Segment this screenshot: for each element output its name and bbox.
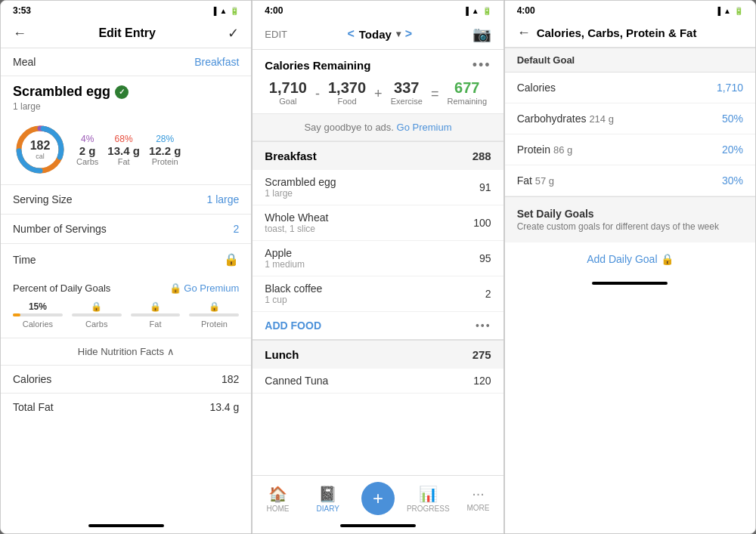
set-daily-goals: Set Daily Goals Create custom goals for … (505, 196, 755, 242)
food-name-coffee: Black coffee (265, 282, 322, 295)
food-item-coffee[interactable]: Black coffee 1 cup 2 (253, 276, 503, 312)
food-sub-toast: toast, 1 slice (265, 224, 328, 234)
food-sub-coffee: 1 cup (265, 295, 322, 305)
nutrition-section: 182 cal 4% 2 g Carbs 68% 13.4 g Fat 28% … (1, 115, 251, 184)
phone-diary: 4:00 ▐ ▲ 🔋 EDIT < Today ▾ > 📷 Calories R… (252, 0, 503, 534)
prev-day-button[interactable]: < (347, 27, 354, 41)
calories-summary: 1,710 Goal - 1,370 Food + 337 Exercise =… (253, 76, 503, 113)
lunch-section: Lunch 275 (253, 340, 503, 369)
meal-value: Breakfast (194, 56, 239, 68)
battery-icon-3: 🔋 (734, 7, 743, 15)
food-item-apple[interactable]: Apple 1 medium 95 (253, 241, 503, 276)
nav-add[interactable]: + (353, 482, 403, 515)
check-button[interactable]: ✓ (228, 25, 239, 42)
time-lock-icon: 🔒 (224, 252, 239, 267)
food-item-tuna[interactable]: Canned Tuna 120 (253, 369, 503, 394)
set-goals-sub: Create custom goals for different days o… (517, 221, 743, 232)
macros-row: 4% 2 g Carbs 68% 13.4 g Fat 28% 12.2 g P… (76, 134, 239, 166)
breakfast-section: Breakfast 288 (253, 141, 503, 170)
default-goal-section: Default Goal (505, 48, 755, 73)
ad-text: Say goodbye to ads. (304, 122, 394, 133)
date-dropdown[interactable]: ▾ (396, 29, 401, 39)
fat-fact: Total Fat 13.4 g (1, 393, 251, 421)
wifi-icon-3: ▲ (723, 7, 731, 15)
add-food-row[interactable]: ADD FOOD ••• (253, 312, 503, 340)
edit-button[interactable]: EDIT (265, 29, 287, 40)
equals-op: = (431, 86, 439, 102)
meal-row[interactable]: Meal Breakfast (1, 48, 251, 76)
percent-bars: 15% Calories 🔒 Carbs 🔒 Fat (1, 298, 251, 338)
food-cal-tuna: 120 (473, 375, 491, 387)
meal-label: Meal (13, 56, 36, 68)
nav-more[interactable]: ··· MORE (453, 485, 503, 512)
diary-nav-icon: 📓 (318, 485, 337, 503)
nav-progress[interactable]: 📊 PROGRESS (403, 485, 453, 513)
status-icons-3: ▐ ▲ 🔋 (715, 7, 743, 15)
status-icons-2: ▐ ▲ 🔋 (463, 7, 491, 15)
hide-nutrition-button[interactable]: Hide Nutrition Facts ∧ (1, 338, 251, 365)
home-icon: 🏠 (268, 485, 287, 503)
signal-icon-2: ▐ (463, 7, 469, 15)
edit-entry-header: ← Edit Entry ✓ (1, 19, 251, 48)
calorie-circle: 182 cal (13, 122, 67, 177)
go-premium-button[interactable]: 🔒 Go Premium (169, 282, 240, 294)
time-label: Time (13, 254, 36, 266)
nav-home[interactable]: 🏠 HOME (253, 485, 302, 513)
home-indicator-2 (253, 518, 503, 533)
calories-goal-val: 1,710 (717, 82, 743, 94)
num-servings-row[interactable]: Number of Servings 2 (1, 214, 251, 243)
add-food-button[interactable]: ADD FOOD (265, 319, 321, 332)
calories-header: Calories Remaining ••• (253, 50, 503, 76)
serving-size-row[interactable]: Serving Size 1 large (1, 184, 251, 214)
home-pill-3 (592, 282, 668, 285)
carbs-goal-row[interactable]: Carbohydrates 214 g 50% (505, 103, 755, 134)
phone-edit-entry: 3:53 ▐ ▲ 🔋 ← Edit Entry ✓ Meal Breakfast… (0, 0, 252, 534)
status-bar-1: 3:53 ▐ ▲ 🔋 (1, 1, 251, 19)
food-cal: 1,370 Food (328, 79, 366, 106)
back-button-3[interactable]: ← (517, 25, 531, 41)
nutrition-facts: Calories 182 Total Fat 13.4 g (1, 365, 251, 518)
fat-goal-val: 30% (722, 174, 743, 187)
food-item-toast[interactable]: Whole Wheat toast, 1 slice 100 (253, 205, 503, 241)
diary-label: DIARY (317, 505, 339, 513)
food-item-egg[interactable]: Scrambled egg 1 large 91 (253, 170, 503, 205)
add-daily-button[interactable]: Add Daily Goal 🔒 (517, 253, 743, 265)
fat-goal-row[interactable]: Fat 57 g 30% (505, 165, 755, 196)
breakfast-calories: 288 (472, 150, 491, 162)
add-button[interactable]: + (361, 482, 395, 515)
time-row[interactable]: Time 🔒 (1, 243, 251, 275)
serving-size-value: 1 large (207, 193, 240, 205)
today-label: Today (359, 28, 392, 41)
protein-goal-val: 20% (722, 144, 743, 156)
ad-banner: Say goodbye to ads. Go Premium (253, 113, 503, 141)
num-servings-label: Number of Servings (13, 223, 107, 235)
protein-macro: 28% 12.2 g Protein (149, 134, 181, 166)
food-name-apple: Apple (265, 247, 305, 259)
page-title: Edit Entry (98, 26, 156, 40)
add-food-options[interactable]: ••• (476, 319, 491, 332)
add-daily-goal[interactable]: Add Daily Goal 🔒 (505, 242, 755, 276)
time-1: 3:53 (13, 5, 31, 16)
options-button[interactable]: ••• (472, 57, 491, 73)
back-button[interactable]: ← (13, 26, 26, 42)
status-bar-2: 4:00 ▐ ▲ 🔋 (253, 1, 503, 19)
nav-diary[interactable]: 📓 DIARY (303, 485, 353, 513)
progress-icon: 📊 (419, 485, 438, 503)
goals-title: Calories, Carbs, Protein & Fat (537, 26, 743, 39)
minus-op: - (315, 86, 320, 102)
next-day-button[interactable]: > (405, 27, 412, 41)
diary-icon[interactable]: 📷 (472, 25, 491, 43)
time-2: 4:00 (265, 5, 283, 16)
verified-badge: ✓ (115, 85, 129, 99)
battery-icon: 🔋 (230, 7, 239, 15)
protein-goal-row[interactable]: Protein 86 g 20% (505, 134, 755, 165)
food-cal-coffee: 2 (485, 288, 491, 300)
more-label: MORE (467, 504, 490, 512)
phone-goals: 4:00 ▐ ▲ 🔋 ← Calories, Carbs, Protein & … (504, 0, 756, 534)
go-premium-link[interactable]: Go Premium (397, 122, 452, 133)
fat-bar: 🔒 Fat (131, 301, 181, 329)
calories-goal-label: Calories (517, 82, 556, 94)
calories-bar: 15% Calories (13, 301, 63, 329)
food-info: Scrambled egg ✓ 1 large (1, 76, 251, 115)
calories-goal-row[interactable]: Calories 1,710 (505, 73, 755, 103)
